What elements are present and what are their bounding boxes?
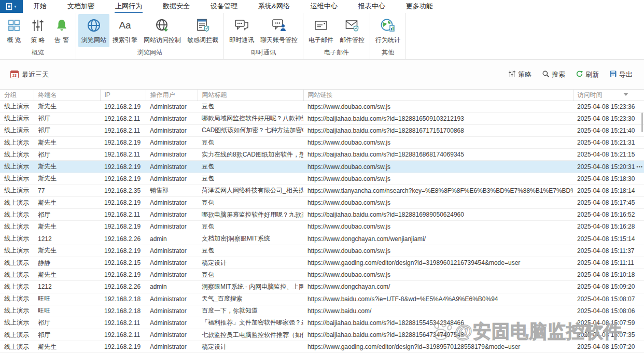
table-row[interactable]: 线上演示 1212 192.168.2.26 admin 文档加密|洞察眼MIT… <box>0 233 644 245</box>
instant-messaging-button[interactable]: 即时通讯 <box>226 14 257 47</box>
column-header-user[interactable]: 操作用户 <box>146 90 198 101</box>
cell-group: 线上演示 <box>0 185 34 196</box>
cell-url: https://www.doubao.com/sw.js <box>303 137 573 149</box>
cell-group: 线上演示 <box>0 317 34 329</box>
cell-url: https://baijiahao.baidu.com/s?id=1828816… <box>303 209 573 221</box>
cell-terminal: 1212 <box>34 233 100 245</box>
table-row[interactable]: 线上演示 旺旺 192.168.2.18 Administrator 天气_百度… <box>0 293 644 305</box>
overview-button[interactable]: 概 览 <box>2 14 26 47</box>
table-row[interactable]: 线上演示 祁厅 192.168.2.11 Administrator 实力在线的… <box>0 149 644 161</box>
export-button[interactable]: 导出 <box>609 70 633 79</box>
menu-item-ops-center[interactable]: 运维中心 <box>300 0 348 13</box>
cell-group: 线上演示 <box>0 293 34 305</box>
cell-title: 百度一下，你就知道 <box>198 305 303 317</box>
menu-item-device-mgmt[interactable]: 设备管理 <box>200 0 248 13</box>
table-row[interactable]: 线上演示 斯先生 192.168.2.19 Administrator 豆包 h… <box>0 245 644 257</box>
browse-website-button[interactable]: 浏览网站 <box>78 14 109 47</box>
table-row[interactable]: 线上演示 斯先生 192.168.2.19 Administrator 豆包 h… <box>0 101 644 112</box>
cell-time: 2025-04-08 15:07:35 <box>573 329 644 341</box>
cell-title: 天气_百度搜索 <box>198 293 303 305</box>
cell-time: 2025-04-08 15:11:11 <box>573 257 644 269</box>
cell-time: 2025-04-08 15:11:37 <box>573 245 644 257</box>
menu-item-system-network[interactable]: 系统&网络 <box>248 0 300 13</box>
policy-button[interactable]: 策 略 <box>26 14 50 47</box>
column-header-terminal[interactable]: 终端名 <box>34 90 100 101</box>
cell-url: https://www.tianyancha.com/nsearch?key=%… <box>303 185 573 196</box>
cell-terminal: 斯先生 <box>34 161 100 173</box>
behavior-stats-button[interactable]: 行为统计 <box>372 14 403 47</box>
cell-group: 线上演示 <box>0 209 34 221</box>
row-more-actions-button[interactable]: ••• <box>637 164 643 170</box>
column-header-ip[interactable]: IP <box>100 90 146 101</box>
vertical-scrollbar-thumb[interactable] <box>641 112 643 132</box>
date-range-filter[interactable]: 23 最近三天 <box>10 70 49 79</box>
cell-time: 2025-04-08 15:07:59 <box>573 317 644 329</box>
table-row[interactable]: 线上演示 斯先生 192.168.2.19 Administrator 豆包 h… <box>0 269 644 281</box>
column-header-url[interactable]: 网站链接 <box>303 90 573 101</box>
menu-item-data-security[interactable]: 数据安全 <box>152 0 200 13</box>
menu-item-more-features[interactable]: 更多功能 <box>396 0 443 13</box>
cell-terminal: 祁厅 <box>34 209 100 221</box>
column-header-time[interactable]: 访问时间 <box>573 90 644 101</box>
table-row[interactable]: 线上演示 静静 192.168.2.15 Administrator 稿定设计 … <box>0 257 644 269</box>
cell-title: 「福利推荐」文件加密软件哪家强？这八... <box>198 317 303 329</box>
app-window: ▼ 开始 文档加密 上网行为 数据安全 设备管理 系统&网络 运维中心 报表中心… <box>0 0 644 353</box>
policy-toolbar-button[interactable]: 策略 <box>508 70 531 79</box>
cell-time: 2025-04-08 15:16:52 <box>573 209 644 221</box>
globe-chart-icon <box>380 18 396 33</box>
search-engine-button[interactable]: Aa 搜索引擎 <box>109 14 141 47</box>
table-row[interactable]: 线上演示 斯先生 192.168.2.19 Administrator 豆包 h… <box>0 173 644 185</box>
chat-account-control-button[interactable]: 聊天账号管控 <box>257 14 301 47</box>
cell-user: Administrator <box>146 269 198 281</box>
cell-url: https://baijiahao.baidu.com/s?id=1828815… <box>303 317 573 329</box>
table-row[interactable]: 线上演示 斯先生 192.168.2.19 Administrator 豆包 h… <box>0 197 644 209</box>
menu-item-doc-encrypt[interactable]: 文档加密 <box>57 0 105 13</box>
alert-button[interactable]: 告 警 <box>50 14 74 47</box>
browsing-records-table: 分组 终端名 IP 操作用户 网站标题 网站链接 访问时间 线上演示 斯先生 1… <box>0 90 644 353</box>
email-button[interactable]: 电子邮件 <box>305 14 337 47</box>
cell-title: 哪款电脑屏幕监控软件好用呢？九款高质... <box>198 209 303 221</box>
column-header-group[interactable]: 分组 <box>0 90 34 101</box>
table-row[interactable]: 线上演示 祁厅 192.168.2.11 Administrator 哪款电脑屏… <box>0 209 644 221</box>
sort-desc-icon[interactable] <box>623 93 628 96</box>
menu-item-report-center[interactable]: 报表中心 <box>348 0 396 13</box>
cell-group: 线上演示 <box>0 149 34 161</box>
table-row[interactable]: 线上演示 祁厅 192.168.2.11 Administrator 七款监控员… <box>0 329 644 341</box>
refresh-button[interactable]: 刷新 <box>576 70 599 79</box>
sensitive-word-block-button[interactable]: 敏感词拦截 <box>184 14 221 47</box>
cell-ip: 192.168.2.19 <box>100 197 146 209</box>
table-row[interactable]: 线上演示 旺旺 192.168.2.18 Administrator 百度一下，… <box>0 305 644 317</box>
column-header-title[interactable]: 网站标题 <box>198 90 303 101</box>
cell-time: 2025-04-08 15:17:45 <box>573 197 644 209</box>
table-row[interactable]: 线上演示 斯先生 192.168.2.19 Administrator 豆包 h… <box>0 161 644 173</box>
cell-time: 2025-04-08 15:21:40 <box>573 124 644 136</box>
email-control-button[interactable]: 邮件管控 <box>337 14 368 47</box>
table-row[interactable]: 线上演示 祁厅 192.168.2.11 Administrator 哪款局域网… <box>0 112 644 124</box>
website-access-control-button[interactable]: 网站访问控制 <box>141 14 184 47</box>
cell-time: 2025-04-08 15:21:15 <box>573 149 644 161</box>
cell-ip: 192.168.2.11 <box>100 209 146 221</box>
ribbon-group-email: 电子邮件 邮件管控 电子邮件 <box>303 13 370 59</box>
cell-user: Administrator <box>146 197 198 209</box>
ribbon-group-browse: 浏览网站 Aa 搜索引擎 网站访问控制 敏感词拦截 <box>76 13 224 59</box>
cell-user: Administrator <box>146 124 198 136</box>
cell-terminal: 旺旺 <box>34 305 100 317</box>
ribbon-group-im: 即时通讯 聊天账号管控 即时通讯 <box>224 13 303 59</box>
search-button[interactable]: 搜索 <box>542 70 565 79</box>
cell-time: 2025-04-08 15:18:30 <box>573 173 644 185</box>
cell-ip: 192.168.2.18 <box>100 293 146 305</box>
table-row[interactable]: 线上演示 斯先生 192.168.2.19 Administrator 豆包 h… <box>0 137 644 149</box>
table-row[interactable]: 线上演示 祁厅 192.168.2.11 Administrator 「福利推荐… <box>0 317 644 329</box>
menu-item-start[interactable]: 开始 <box>23 0 57 13</box>
cell-user: Administrator <box>146 173 198 185</box>
table-row[interactable]: 线上演示 77 192.168.2.35 销售部 菏泽爱网人网络科技有限公司_相… <box>0 185 644 196</box>
cell-ip: 192.168.2.11 <box>100 124 146 136</box>
app-menu-button[interactable]: ▼ <box>0 0 23 13</box>
table-row[interactable]: 线上演示 祁厅 192.168.2.11 Administrator CAD图纸… <box>0 124 644 136</box>
menu-item-web-behavior[interactable]: 上网行为 <box>105 0 152 13</box>
cell-title: 哪款局域网监控软件好用呢？八款神级局... <box>198 112 303 124</box>
table-row[interactable]: 线上演示 斯先生 192.168.2.19 Administrator 稿定设计… <box>0 341 644 353</box>
table-row[interactable]: 线上演示 1212 192.168.2.26 admin 洞察眼MIT系统 - … <box>0 281 644 293</box>
table-row[interactable]: 线上演示 斯先生 192.168.2.19 Administrator 豆包 h… <box>0 221 644 233</box>
menubar: ▼ 开始 文档加密 上网行为 数据安全 设备管理 系统&网络 运维中心 报表中心… <box>0 0 644 13</box>
